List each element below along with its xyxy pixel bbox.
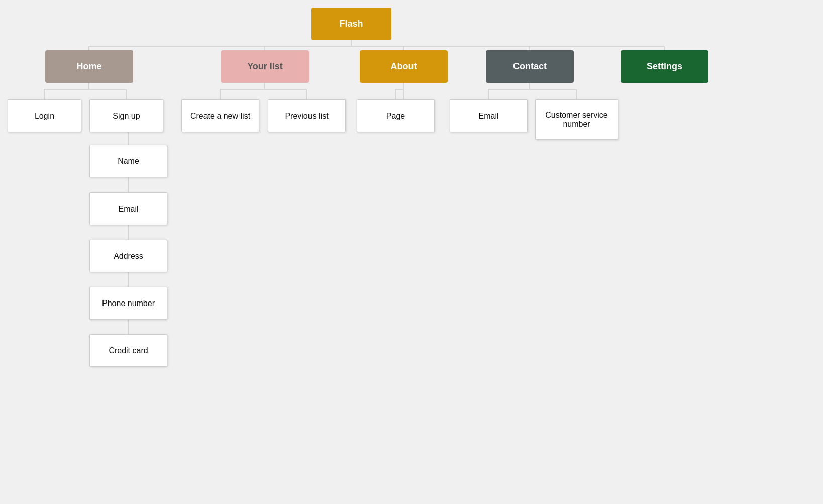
flash-label: Flash <box>339 19 363 29</box>
contact-node[interactable]: Contact <box>486 50 574 83</box>
about-node[interactable]: About <box>360 50 448 83</box>
login-node[interactable]: Login <box>8 99 81 132</box>
yourlist-node[interactable]: Your list <box>221 50 309 83</box>
settings-label: Settings <box>647 61 682 72</box>
customer-service-node[interactable]: Customer service number <box>535 99 618 140</box>
email-contact-node[interactable]: Email <box>450 99 528 132</box>
previous-list-node[interactable]: Previous list <box>268 99 346 132</box>
email-signup-node[interactable]: Email <box>89 192 167 225</box>
credit-card-node[interactable]: Credit card <box>89 334 167 367</box>
page-node[interactable]: Page <box>357 99 435 132</box>
address-label: Address <box>114 252 143 261</box>
tree-container: Flash Home Your list About Contact Setti… <box>0 0 823 30</box>
previous-list-label: Previous list <box>285 112 328 121</box>
page-label: Page <box>386 112 405 121</box>
connectors-svg <box>0 0 823 30</box>
phone-number-label: Phone number <box>102 299 155 308</box>
create-new-list-label: Create a new list <box>190 112 250 121</box>
email-signup-label: Email <box>118 205 138 214</box>
settings-node[interactable]: Settings <box>621 50 708 83</box>
create-new-list-node[interactable]: Create a new list <box>181 99 259 132</box>
address-node[interactable]: Address <box>89 240 167 272</box>
signup-node[interactable]: Sign up <box>89 99 163 132</box>
about-label: About <box>391 61 417 72</box>
name-node[interactable]: Name <box>89 145 167 177</box>
home-node[interactable]: Home <box>45 50 133 83</box>
credit-card-label: Credit card <box>109 346 148 355</box>
phone-number-node[interactable]: Phone number <box>89 287 167 320</box>
flash-node[interactable]: Flash <box>311 8 391 40</box>
signup-label: Sign up <box>113 112 140 121</box>
name-label: Name <box>118 157 139 166</box>
home-label: Home <box>76 61 101 72</box>
customer-service-label: Customer service number <box>540 111 613 129</box>
yourlist-label: Your list <box>247 61 283 72</box>
login-label: Login <box>35 112 54 121</box>
contact-label: Contact <box>513 61 547 72</box>
email-contact-label: Email <box>478 112 498 121</box>
